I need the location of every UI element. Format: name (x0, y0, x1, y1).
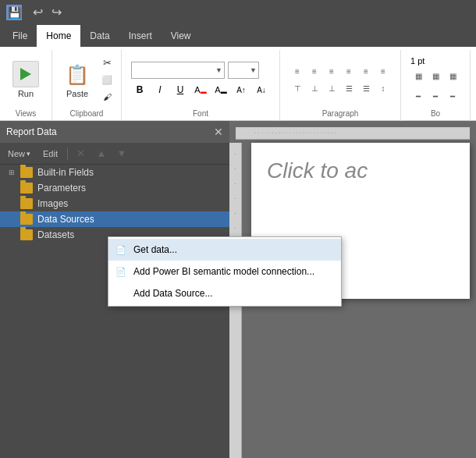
font-controls: ▼ ▼ B I U A▬ A▬ A↑ A↓ (128, 59, 273, 101)
ribbon-group-clipboard: 📋 Paste ✂ ⬜ 🖌 Clipboard (52, 50, 122, 121)
border-btn-3[interactable]: ▦ (445, 69, 460, 83)
folder-icon (20, 167, 33, 178)
right-ribbon-controls: 1 pt ▦ ▦ ▦ ━ ━ ━ (407, 53, 464, 106)
folder-icon (20, 198, 33, 209)
new-arrow: ▾ (27, 150, 30, 158)
context-menu-icon-addsource (115, 287, 127, 300)
folder-icon (20, 229, 33, 240)
paste-button[interactable]: 📋 Paste (59, 58, 96, 101)
border-btn-2[interactable]: ▦ (428, 69, 443, 83)
tree-item-datasources[interactable]: Data Sources (0, 211, 229, 227)
tree-item-images[interactable]: Images (0, 196, 229, 211)
redo-button[interactable]: ↪ (48, 5, 64, 20)
ribbon: Run Views 📋 Paste ✂ ⬜ 🖌 Clipboard (0, 47, 476, 121)
move-up-button[interactable]: ▲ (93, 145, 110, 162)
panel-close-button[interactable]: ✕ (214, 126, 223, 138)
menu-file[interactable]: File (3, 25, 37, 47)
ribbon-group-font: ▼ ▼ B I U A▬ A▬ A↑ A↓ (122, 50, 280, 121)
align-center-button[interactable]: ≡ (307, 64, 322, 78)
align-left-button[interactable]: ≡ (290, 64, 305, 78)
run-triangle-icon (20, 68, 31, 80)
font-family-select[interactable]: ▼ (131, 62, 225, 79)
save-icon[interactable]: 💾 (8, 6, 21, 19)
border-btn-1[interactable]: ▦ (410, 69, 426, 83)
folder-icon (20, 214, 33, 225)
ruler-mark-3: · (234, 180, 236, 187)
copy-button[interactable]: ⬜ (99, 72, 115, 87)
ribbon-group-font-label: Font (193, 106, 208, 118)
delete-button[interactable]: ✕ (73, 145, 90, 162)
outdent-button[interactable]: ≡ (375, 64, 391, 78)
context-menu-label-addsource: Add Data Source... (133, 288, 212, 299)
border-btn-4[interactable]: ━ (410, 89, 426, 103)
valign-top-button[interactable]: ⊤ (290, 81, 305, 95)
para-row1: ≡ ≡ ≡ ≡ ≡ ≡ (290, 64, 391, 78)
ribbon-group-border-label: Bo (431, 106, 440, 118)
bold-button[interactable]: B (131, 82, 148, 98)
new-button[interactable]: New ▾ (3, 147, 35, 160)
edit-button[interactable]: Edit (38, 147, 62, 160)
menu-data[interactable]: Data (80, 25, 119, 47)
tree-item-label: Data Sources (37, 214, 94, 225)
border-btn-6[interactable]: ━ (445, 89, 460, 103)
ribbon-group-border-content: 1 pt ▦ ▦ ▦ ━ ━ ━ (407, 53, 464, 106)
ribbon-content: Run Views 📋 Paste ✂ ⬜ 🖌 Clipboard (0, 47, 476, 124)
font-row1: ▼ ▼ (131, 62, 270, 79)
undo-button[interactable]: ↩ (30, 5, 45, 20)
ruler-top: · · · · · · · · · · · · · · · · · · · · … (236, 127, 470, 140)
numbering-button[interactable]: ☰ (358, 81, 374, 95)
italic-button[interactable]: I (151, 82, 169, 98)
tree-item-builtin[interactable]: ⊞ Built-in Fields (0, 165, 229, 180)
panel-title: Report Data (6, 126, 57, 137)
ruler-mark-1: · (234, 151, 236, 158)
edit-label: Edit (43, 149, 58, 158)
toolbar-separator (67, 147, 68, 160)
canvas-placeholder: Click to ac (267, 158, 368, 183)
align-right-button[interactable]: ≡ (324, 64, 339, 78)
format-painter-button[interactable]: 🖌 (99, 89, 115, 105)
context-menu: 📄 Get data... 📄 Add Power BI semantic mo… (108, 236, 342, 307)
run-label: Run (18, 89, 34, 98)
menu-insert[interactable]: Insert (119, 25, 162, 47)
ribbon-group-clipboard-label: Clipboard (70, 106, 104, 118)
expand-icon: ⊞ (6, 167, 17, 178)
ribbon-group-paragraph: ≡ ≡ ≡ ≡ ≡ ≡ ⊤ ⊥ ⊥ ☰ ☰ ↕ (280, 50, 401, 121)
align-justify-button[interactable]: ≡ (341, 64, 357, 78)
indent-button[interactable]: ≡ (358, 64, 374, 78)
valign-middle-button[interactable]: ⊥ (307, 81, 322, 95)
ruler-mark-2: · (234, 165, 236, 172)
border-btn-5[interactable]: ━ (428, 89, 443, 103)
underline-button[interactable]: U (172, 82, 189, 98)
valign-bottom-button[interactable]: ⊥ (324, 81, 339, 95)
cut-button[interactable]: ✂ (99, 55, 115, 70)
border-rows: ▦ ▦ ▦ (410, 69, 460, 83)
title-bar-actions: ↩ ↪ (30, 5, 64, 20)
menu-home[interactable]: Home (37, 25, 80, 47)
ruler-mark-5: · (234, 210, 236, 217)
font-decrease-button[interactable]: A↓ (253, 82, 270, 98)
move-down-button[interactable]: ▼ (113, 145, 130, 162)
ruler-mark-6: · (234, 225, 236, 232)
tree-item-label: Datasets (37, 229, 74, 240)
font-highlight-button[interactable]: A▬ (212, 82, 229, 98)
pt-label: 1 pt (410, 56, 424, 66)
line-spacing-button[interactable]: ↕ (375, 81, 391, 95)
font-increase-button[interactable]: A↑ (233, 82, 250, 98)
font-color-button[interactable]: A▬ (192, 82, 209, 98)
context-menu-item-powerbi[interactable]: 📄 Add Power BI semantic model connection… (108, 261, 341, 282)
paragraph-controls: ≡ ≡ ≡ ≡ ≡ ≡ ⊤ ⊥ ⊥ ☰ ☰ ↕ (286, 61, 394, 98)
ribbon-group-border: 1 pt ▦ ▦ ▦ ━ ━ ━ Bo (401, 50, 471, 121)
font-row2: B I U A▬ A▬ A↑ A↓ (131, 82, 270, 98)
font-size-arrow: ▼ (250, 66, 257, 74)
menu-bar: File Home Data Insert View (0, 25, 476, 47)
context-menu-item-getdata[interactable]: 📄 Get data... (108, 239, 341, 261)
list-button[interactable]: ☰ (341, 81, 357, 95)
run-button[interactable]: Run (6, 58, 45, 101)
paste-label: Paste (66, 89, 88, 98)
context-menu-item-addsource[interactable]: Add Data Source... (108, 282, 341, 304)
new-label: New (8, 149, 25, 158)
tree-item-parameters[interactable]: Parameters (0, 180, 229, 196)
menu-view[interactable]: View (162, 25, 201, 47)
font-size-select[interactable]: ▼ (228, 62, 259, 79)
panel-toolbar: New ▾ Edit ✕ ▲ ▼ (0, 143, 229, 165)
